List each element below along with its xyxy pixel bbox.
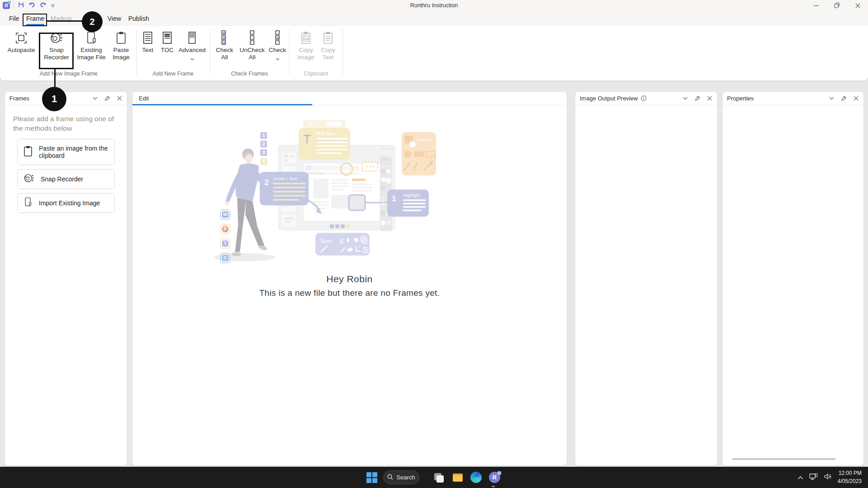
existing-image-file-label: Existing Image File [75,47,108,61]
svg-text:2: 2 [264,178,268,187]
text-frame-icon [142,29,154,47]
autopaste-icon [14,29,28,47]
ribbon-separator [136,29,137,75]
start-button[interactable] [366,471,378,483]
no-frames-text: This is a new file but there are no Fram… [132,288,567,298]
pin-icon[interactable] [104,95,110,102]
svg-text:Highlight: Highlight [403,193,420,198]
runthru-app-button[interactable]: R [488,471,501,483]
copy-image-label: Copy Image [295,47,317,61]
annotation-box-snap-recorder [39,33,74,69]
taskbar-clock[interactable]: 12:00 PM 4/05/2023 [838,469,862,485]
taskbar: Search R 12:00 PM 4/05/2023 [0,467,868,488]
autopaste-button[interactable]: Autopaste [7,29,35,54]
import-existing-image-button[interactable]: Import Existing Image [17,193,115,213]
image-file-icon [23,196,33,209]
ribbon-separator [343,29,343,75]
svg-text:3: 3 [263,150,265,155]
group-label-check-frames: Check Frames [210,71,289,77]
copy-text-icon [322,29,334,47]
minimize-button[interactable] [806,0,826,11]
clock-time: 12:00 PM [838,469,862,477]
import-existing-image-label: Import Existing Image [39,199,100,207]
close-icon[interactable] [116,95,122,102]
lens-icon [23,172,35,185]
toc-button[interactable]: TOC [158,29,176,54]
ribbon-separator [210,29,210,75]
advanced-button[interactable]: Advanced [177,29,207,62]
search-icon [387,474,393,481]
taskbar-search[interactable]: Search [383,470,419,484]
menu-publish[interactable]: Publish [128,15,149,22]
network-icon[interactable] [809,473,818,482]
annotation-connector-2 [47,20,82,22]
edit-panel-header: Edit [132,92,567,105]
snap-recorder-panel-button[interactable]: Snap Recorder [17,169,115,189]
existing-image-file-button[interactable]: Existing Image File [75,29,108,61]
empty-state-message: Hey Robin This is a new file but there a… [132,274,567,298]
chevron-down-icon[interactable] [682,95,688,102]
autopaste-label: Autopaste [8,47,35,54]
edit-panel: Edit [132,91,567,466]
annotation-step-1: 1 [42,87,66,111]
edit-tab[interactable]: Edit [139,95,149,102]
panel-resize-handle[interactable] [732,459,835,460]
frames-panel: Frames Please add a frame using one of t… [5,91,127,466]
text-frame-button[interactable]: Text [138,29,157,54]
properties-panel-header: Properties [723,92,863,105]
runthru-icon: R [489,472,500,483]
annotation-connector-1 [54,69,56,87]
group-label-add-new-image-frame: Add New Image Frame [5,71,133,77]
paste-image-button[interactable]: Paste Image [109,29,133,61]
copy-text-button: Copy Text [318,29,338,61]
menu-file[interactable]: File [9,15,19,22]
check-icon [272,29,283,47]
frames-panel-title: Frames [9,95,29,102]
task-view-button[interactable] [432,471,445,483]
advanced-dropdown-icon[interactable] [190,55,194,62]
uncheck-all-label: UnCheck All [239,47,266,61]
paste-clipboard-image-label: Paste an image from the clipboard [39,145,109,159]
svg-text:W: W [223,212,228,217]
check-all-button[interactable]: Check All [212,29,237,61]
file-explorer-button[interactable] [451,471,464,483]
image-output-preview-panel: Image Output Preview [575,91,718,466]
check-all-label: Check All [212,47,237,61]
preview-panel-title: Image Output Preview [580,95,638,102]
menu-view[interactable]: View [108,15,121,22]
edit-tab-active-indicator [132,104,312,105]
ribbon-separator [289,29,290,75]
svg-text:Shapes: Shapes [417,137,432,142]
uncheck-all-button[interactable]: UnCheck All [239,29,266,61]
close-icon[interactable] [706,95,713,102]
chevron-down-icon[interactable] [92,95,98,102]
window-controls [806,0,868,11]
info-icon[interactable] [641,95,647,102]
folder-icon [452,472,464,483]
uncheck-all-icon [246,29,258,47]
close-button[interactable] [847,0,868,11]
svg-text:T: T [224,241,226,246]
paste-image-label: Paste Image [109,47,133,61]
svg-text:Tt A: Tt A [309,122,317,127]
snap-recorder-panel-label: Snap Recorder [41,175,83,183]
copy-image-icon [300,29,312,47]
check-dropdown-icon[interactable] [276,55,280,62]
close-icon[interactable] [853,95,859,102]
clipboard-icon [23,145,33,158]
check-button[interactable]: Check [267,29,287,62]
pin-icon[interactable] [694,95,700,102]
svg-text:1: 1 [263,133,265,138]
windows-logo-icon [366,472,377,483]
paste-clipboard-image-button[interactable]: Paste an image from the clipboard [17,139,115,165]
edge-browser-button[interactable] [470,471,482,483]
restore-button[interactable] [826,0,847,11]
chevron-down-icon[interactable] [828,95,835,102]
greeting-text: Hey Robin [132,274,567,284]
volume-icon[interactable] [824,473,832,482]
pin-icon[interactable] [840,95,847,102]
paste-image-icon [115,29,127,47]
tray-chevron-up-icon[interactable] [798,474,803,482]
svg-text:C: C [340,238,344,245]
add-frame-mini-label: Add Frame [380,165,392,168]
